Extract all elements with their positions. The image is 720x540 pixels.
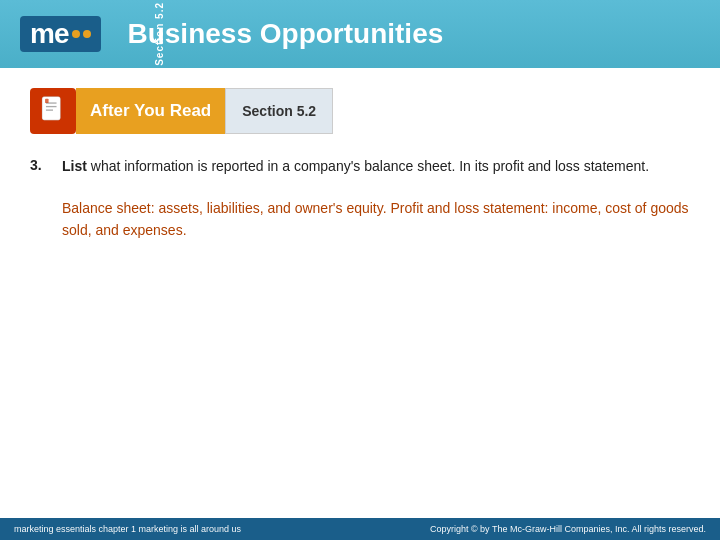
after-you-read-label: After You Read	[76, 88, 225, 134]
main-content: After You Read Section 5.2 3. List what …	[0, 68, 720, 262]
question-number: 3.	[30, 156, 50, 177]
logo-area: me	[20, 16, 101, 52]
svg-rect-5	[45, 99, 49, 103]
doc-icon	[30, 88, 76, 134]
section-badge: Section 5.2	[225, 88, 333, 134]
page-title: Business Opportunities	[127, 18, 443, 50]
footer-left: marketing essentials chapter 1 marketing…	[14, 524, 241, 534]
question-keyword: List	[62, 158, 87, 174]
footer: marketing essentials chapter 1 marketing…	[0, 518, 720, 540]
logo-text: me	[30, 20, 68, 48]
section-label-text: Section 5.2	[154, 2, 165, 66]
section-label-vertical: Section 5.2	[148, 0, 171, 68]
answer-text: Balance sheet: assets, liabilities, and …	[62, 197, 690, 242]
after-you-read-bar: After You Read Section 5.2	[30, 88, 690, 134]
logo-dots	[72, 30, 91, 38]
footer-right: Copyright © by The Mc-Graw-Hill Companie…	[430, 524, 706, 534]
dot-1	[72, 30, 80, 38]
header: me Section 5.2 Business Opportunities	[0, 0, 720, 68]
question-row: 3. List what information is reported in …	[30, 156, 690, 177]
document-svg	[39, 96, 67, 126]
logo: me	[20, 16, 101, 52]
svg-rect-1	[42, 97, 60, 120]
question-body: what information is reported in a compan…	[87, 158, 649, 174]
dot-2	[83, 30, 91, 38]
question-text: List what information is reported in a c…	[62, 156, 649, 177]
